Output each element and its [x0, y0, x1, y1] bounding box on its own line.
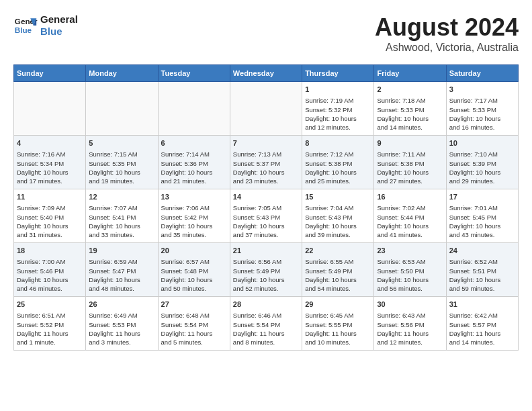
- day-info: Sunrise: 7:09 AM: [17, 203, 83, 212]
- day-info: and 33 minutes.: [89, 230, 154, 239]
- day-info: Sunrise: 7:05 AM: [233, 203, 299, 212]
- day-info: Sunrise: 7:04 AM: [305, 203, 371, 212]
- day-info: Daylight: 11 hours: [305, 329, 371, 338]
- day-header-sunday: Sunday: [14, 65, 86, 82]
- logo-general: General: [40, 13, 78, 26]
- day-info: Sunset: 5:40 PM: [17, 213, 83, 222]
- day-info: Sunset: 5:38 PM: [377, 159, 443, 168]
- day-info: Daylight: 10 hours: [449, 168, 515, 177]
- svg-text:Blue: Blue: [15, 26, 32, 34]
- day-number: 22: [305, 246, 371, 256]
- calendar-table: SundayMondayTuesdayWednesdayThursdayFrid…: [13, 64, 519, 351]
- day-info: Sunrise: 7:19 AM: [305, 96, 371, 105]
- day-info: and 10 minutes.: [305, 338, 371, 347]
- day-number: 21: [233, 246, 299, 256]
- day-number: 15: [305, 192, 371, 202]
- day-info: Sunset: 5:50 PM: [377, 267, 443, 275]
- day-info: and 50 minutes.: [161, 284, 227, 293]
- day-info: Daylight: 10 hours: [233, 168, 299, 177]
- day-info: Sunset: 5:36 PM: [161, 159, 227, 168]
- day-cell-31: 31Sunrise: 6:42 AMSunset: 5:57 PMDayligh…: [446, 297, 518, 351]
- day-number: 30: [377, 300, 443, 310]
- day-info: and 12 minutes.: [305, 123, 371, 132]
- day-info: Sunrise: 6:56 AM: [233, 257, 299, 266]
- day-cell-22: 22Sunrise: 6:55 AMSunset: 5:49 PMDayligh…: [302, 243, 374, 297]
- day-info: Sunset: 5:33 PM: [377, 105, 443, 114]
- day-info: Sunrise: 6:48 AM: [161, 311, 227, 320]
- day-cell-1: 1Sunrise: 7:19 AMSunset: 5:32 PMDaylight…: [302, 82, 374, 136]
- day-number: 5: [89, 138, 154, 148]
- day-info: Sunrise: 7:16 AM: [17, 150, 83, 158]
- day-info: Daylight: 10 hours: [449, 114, 515, 123]
- day-cell-14: 14Sunrise: 7:05 AMSunset: 5:43 PMDayligh…: [230, 189, 302, 243]
- day-info: Daylight: 11 hours: [449, 329, 515, 338]
- day-info: Sunrise: 6:45 AM: [305, 311, 371, 320]
- day-info: and 59 minutes.: [449, 284, 515, 293]
- day-info: and 27 minutes.: [377, 177, 443, 185]
- day-info: Sunset: 5:34 PM: [17, 159, 83, 168]
- day-info: Sunrise: 7:12 AM: [305, 150, 371, 158]
- day-info: Sunrise: 7:01 AM: [449, 203, 515, 212]
- day-cell-18: 18Sunrise: 7:00 AMSunset: 5:46 PMDayligh…: [14, 243, 86, 297]
- day-info: Sunset: 5:39 PM: [449, 159, 515, 168]
- day-header-thursday: Thursday: [302, 65, 374, 82]
- day-cell-11: 11Sunrise: 7:09 AMSunset: 5:40 PMDayligh…: [14, 189, 86, 243]
- day-cell-9: 9Sunrise: 7:11 AMSunset: 5:38 PMDaylight…: [374, 136, 446, 189]
- week-row-3: 11Sunrise: 7:09 AMSunset: 5:40 PMDayligh…: [14, 189, 519, 243]
- day-info: Sunset: 5:46 PM: [17, 267, 83, 275]
- day-number: 25: [17, 300, 83, 310]
- day-number: 31: [449, 300, 515, 310]
- day-cell-26: 26Sunrise: 6:49 AMSunset: 5:53 PMDayligh…: [86, 297, 158, 351]
- day-info: Sunset: 5:49 PM: [305, 267, 371, 275]
- day-info: Sunrise: 6:59 AM: [89, 257, 154, 266]
- day-cell-2: 2Sunrise: 7:18 AMSunset: 5:33 PMDaylight…: [374, 82, 446, 136]
- day-number: 17: [449, 192, 515, 202]
- week-row-5: 25Sunrise: 6:51 AMSunset: 5:52 PMDayligh…: [14, 297, 519, 351]
- day-number: 8: [305, 138, 371, 148]
- day-info: Sunrise: 7:07 AM: [89, 203, 154, 212]
- day-cell-5: 5Sunrise: 7:15 AMSunset: 5:35 PMDaylight…: [86, 136, 158, 189]
- day-info: Sunset: 5:38 PM: [305, 159, 371, 168]
- day-info: Sunrise: 7:10 AM: [449, 150, 515, 158]
- day-number: 4: [17, 138, 83, 148]
- week-row-4: 18Sunrise: 7:00 AMSunset: 5:46 PMDayligh…: [14, 243, 519, 297]
- day-info: and 16 minutes.: [449, 123, 515, 132]
- day-cell-3: 3Sunrise: 7:17 AMSunset: 5:33 PMDaylight…: [446, 82, 518, 136]
- day-info: Sunset: 5:43 PM: [305, 213, 371, 222]
- day-number: 26: [89, 300, 154, 310]
- day-info: Sunset: 5:51 PM: [449, 267, 515, 275]
- day-number: 10: [449, 138, 515, 148]
- day-info: Daylight: 10 hours: [233, 222, 299, 230]
- day-info: Sunset: 5:53 PM: [89, 320, 154, 329]
- day-number: 13: [161, 192, 227, 202]
- day-info: and 29 minutes.: [449, 177, 515, 185]
- day-info: Sunrise: 7:00 AM: [17, 257, 83, 266]
- day-info: and 37 minutes.: [233, 230, 299, 239]
- day-info: Sunset: 5:32 PM: [305, 105, 371, 114]
- day-info: Sunrise: 7:18 AM: [377, 96, 443, 105]
- empty-cell: [230, 82, 302, 136]
- day-info: Sunset: 5:48 PM: [161, 267, 227, 275]
- day-info: and 17 minutes.: [17, 177, 83, 185]
- day-info: and 1 minute.: [17, 338, 83, 347]
- day-info: and 54 minutes.: [305, 284, 371, 293]
- day-number: 29: [305, 300, 371, 310]
- day-cell-4: 4Sunrise: 7:16 AMSunset: 5:34 PMDaylight…: [14, 136, 86, 189]
- day-info: and 46 minutes.: [17, 284, 83, 293]
- day-info: Sunrise: 7:15 AM: [89, 150, 154, 158]
- day-info: Sunset: 5:55 PM: [305, 320, 371, 329]
- day-cell-19: 19Sunrise: 6:59 AMSunset: 5:47 PMDayligh…: [86, 243, 158, 297]
- day-cell-10: 10Sunrise: 7:10 AMSunset: 5:39 PMDayligh…: [446, 136, 518, 189]
- day-info: and 25 minutes.: [305, 177, 371, 185]
- month-year: August 2024: [375, 13, 519, 42]
- day-cell-15: 15Sunrise: 7:04 AMSunset: 5:43 PMDayligh…: [302, 189, 374, 243]
- day-cell-30: 30Sunrise: 6:43 AMSunset: 5:56 PMDayligh…: [374, 297, 446, 351]
- day-cell-23: 23Sunrise: 6:53 AMSunset: 5:50 PMDayligh…: [374, 243, 446, 297]
- day-info: Sunrise: 7:13 AM: [233, 150, 299, 158]
- day-info: Sunset: 5:54 PM: [161, 320, 227, 329]
- day-info: Sunrise: 7:02 AM: [377, 203, 443, 212]
- day-info: and 31 minutes.: [17, 230, 83, 239]
- day-cell-29: 29Sunrise: 6:45 AMSunset: 5:55 PMDayligh…: [302, 297, 374, 351]
- day-info: Daylight: 10 hours: [161, 275, 227, 284]
- day-number: 28: [233, 300, 299, 310]
